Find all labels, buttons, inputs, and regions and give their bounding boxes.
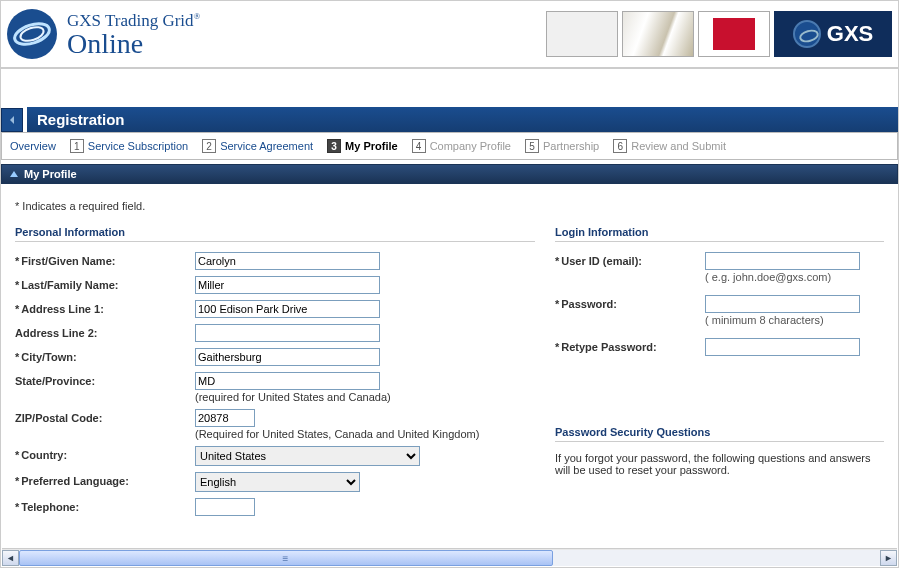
security-questions-text: If you forgot your password, the followi…	[555, 452, 884, 476]
step-service-subscription[interactable]: Service Subscription	[88, 140, 188, 152]
address2-label: Address Line 2:	[15, 327, 98, 339]
brand-block: GXS Trading Grid® Online	[7, 9, 200, 59]
zip-input[interactable]	[195, 409, 255, 427]
city-label: City/Town:	[21, 351, 76, 363]
personal-info-header: Personal Information	[15, 226, 535, 242]
address1-input[interactable]	[195, 300, 380, 318]
address1-label: Address Line 1:	[21, 303, 104, 315]
step-6-num: 6	[613, 139, 627, 153]
scroll-track[interactable]	[19, 550, 880, 566]
required-note: * Indicates a required field.	[15, 200, 884, 212]
brand-logo-icon	[7, 9, 57, 59]
wizard-steps: Overview 1Service Subscription 2Service …	[1, 132, 898, 160]
app-header: GXS Trading Grid® Online GXS	[1, 1, 898, 69]
last-name-input[interactable]	[195, 276, 380, 294]
brand-reg: ®	[194, 11, 201, 21]
step-4-num: 4	[412, 139, 426, 153]
zip-hint: (Required for United States, Canada and …	[195, 428, 535, 440]
step-my-profile: My Profile	[345, 140, 398, 152]
last-name-label: Last/Family Name:	[21, 279, 118, 291]
header-tiles: GXS	[546, 11, 892, 57]
horizontal-scrollbar[interactable]: ◄ ►	[2, 548, 897, 566]
step-3-num: 3	[327, 139, 341, 153]
first-name-input[interactable]	[195, 252, 380, 270]
password-input[interactable]	[705, 295, 860, 313]
scroll-thumb[interactable]	[19, 550, 553, 566]
step-overview[interactable]: Overview	[10, 140, 56, 152]
collapse-icon	[10, 171, 18, 177]
telephone-input[interactable]	[195, 498, 255, 516]
userid-hint: ( e.g. john.doe@gxs.com)	[705, 271, 884, 283]
userid-input[interactable]	[705, 252, 860, 270]
folders-icon	[622, 11, 694, 57]
step-company-profile: Company Profile	[430, 140, 511, 152]
country-label: Country:	[21, 449, 67, 461]
panel-title: My Profile	[24, 168, 77, 180]
page-title: Registration	[27, 107, 898, 132]
scroll-right-icon[interactable]: ►	[880, 550, 897, 566]
gxs-badge: GXS	[774, 11, 892, 57]
step-review-submit: Review and Submit	[631, 140, 726, 152]
svg-marker-2	[10, 116, 14, 124]
password-label: Password:	[561, 298, 617, 310]
panel-body: * Indicates a required field. Personal I…	[1, 184, 898, 530]
city-input[interactable]	[195, 348, 380, 366]
state-label: State/Province:	[15, 375, 95, 387]
collapse-sidebar-button[interactable]	[1, 108, 23, 132]
login-info-header: Login Information	[555, 226, 884, 242]
country-select[interactable]: United States	[195, 446, 420, 466]
step-1-num: 1	[70, 139, 84, 153]
password-hint: ( minimum 8 characters)	[705, 314, 884, 326]
svg-point-0	[12, 20, 52, 48]
gxs-badge-text: GXS	[827, 21, 873, 47]
scroll-left-icon[interactable]: ◄	[2, 550, 19, 566]
state-input[interactable]	[195, 372, 380, 390]
shopping-bag-icon	[698, 11, 770, 57]
telephone-label: Telephone:	[21, 501, 79, 513]
language-select[interactable]: English	[195, 472, 360, 492]
userid-label: User ID (email):	[561, 255, 642, 267]
retype-password-input[interactable]	[705, 338, 860, 356]
step-partnership: Partnership	[543, 140, 599, 152]
gxs-orbit-icon	[793, 20, 821, 48]
security-questions-header: Password Security Questions	[555, 426, 884, 442]
retype-password-label: Retype Password:	[561, 341, 656, 353]
state-hint: (required for United States and Canada)	[195, 391, 535, 403]
step-2-num: 2	[202, 139, 216, 153]
step-5-num: 5	[525, 139, 539, 153]
header-tile-blank	[546, 11, 618, 57]
step-service-agreement[interactable]: Service Agreement	[220, 140, 313, 152]
panel-header[interactable]: My Profile	[1, 164, 898, 184]
brand-line2: Online	[67, 31, 200, 57]
brand-text: GXS Trading Grid® Online	[67, 11, 200, 57]
address2-input[interactable]	[195, 324, 380, 342]
language-label: Preferred Language:	[21, 475, 129, 487]
zip-label: ZIP/Postal Code:	[15, 412, 102, 424]
first-name-label: First/Given Name:	[21, 255, 115, 267]
